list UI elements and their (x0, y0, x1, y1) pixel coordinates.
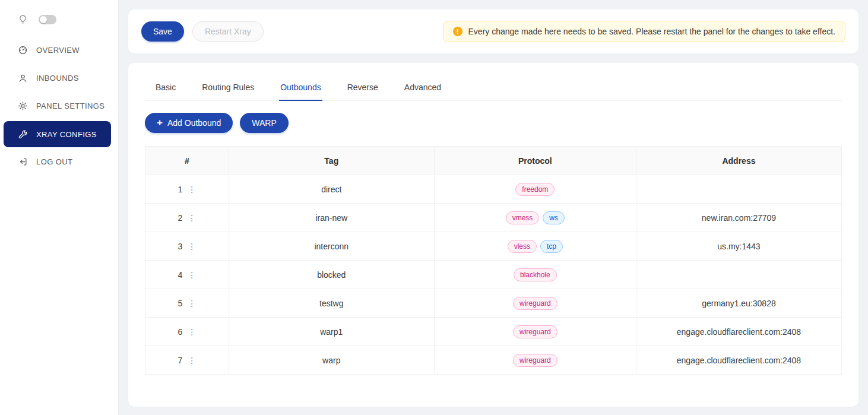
row-number: 7 (178, 356, 182, 365)
row-number: 6 (178, 327, 182, 337)
table-row: 2⋮iran-newvmesswsnew.iran.com:27709 (145, 204, 842, 232)
row-menu-icon[interactable]: ⋮ (188, 327, 196, 337)
dark-mode-toggle[interactable] (39, 15, 56, 24)
table-header-row: #TagProtocolAddress (145, 147, 842, 175)
protocol-cell: wireguard (434, 289, 636, 318)
tag-cell: iran-new (229, 204, 434, 232)
row-menu-icon[interactable]: ⋮ (188, 356, 196, 365)
gear-icon (18, 101, 28, 111)
table-row: 4⋮blockedblackhole (145, 261, 842, 289)
protocol-cell: blackhole (434, 261, 636, 289)
xray-configs-card: BasicRouting RulesOutboundsReverseAdvanc… (128, 63, 859, 407)
alert-text: Every change made here needs to be saved… (468, 27, 835, 36)
address-cell: us.my:1443 (636, 232, 841, 261)
row-index-cell: 4⋮ (145, 261, 229, 289)
address-cell: engage.cloudflareclient.com:2408 (636, 346, 841, 375)
table-row: 5⋮testwgwireguardgermany1.eu:30828 (145, 289, 842, 318)
protocol-badge: freedom (515, 183, 555, 196)
outbounds-table: #TagProtocolAddress 1⋮directfreedom2⋮ira… (145, 146, 842, 375)
tab-outbounds[interactable]: Outbounds (279, 75, 322, 101)
column-header-address: Address (636, 147, 841, 175)
sidebar-item-xray-configs[interactable]: XRAY CONFIGS (4, 121, 111, 147)
toggle-knob (40, 16, 47, 23)
table-row: 3⋮interconnvlesstcpus.my:1443 (145, 232, 842, 261)
tag-cell: testwg (229, 289, 434, 318)
tag-cell: direct (229, 175, 434, 204)
protocol-badge: ws (543, 211, 565, 224)
sidebar-item-log-out[interactable]: LOG OUT (0, 148, 118, 176)
tag-cell: blocked (229, 261, 434, 289)
row-menu-icon[interactable]: ⋮ (188, 185, 196, 194)
row-menu-icon[interactable]: ⋮ (188, 242, 196, 251)
row-index-cell: 7⋮ (145, 346, 229, 375)
table-row: 6⋮warp1wireguardengage.cloudflareclient.… (145, 318, 842, 346)
column-header-protocol: Protocol (434, 147, 636, 175)
theme-switch-row (0, 0, 118, 33)
tab-routing-rules[interactable]: Routing Rules (201, 75, 255, 101)
address-cell: germany1.eu:30828 (636, 289, 841, 318)
column-header-tag: Tag (229, 147, 434, 175)
tag-cell: interconn (229, 232, 434, 261)
row-menu-icon[interactable]: ⋮ (188, 270, 196, 280)
protocol-badge: blackhole (514, 268, 557, 281)
tab-advanced[interactable]: Advanced (403, 75, 442, 101)
sidebar-item-label: INBOUNDS (36, 74, 79, 83)
row-number: 1 (178, 185, 182, 194)
address-cell: engage.cloudflareclient.com:2408 (636, 318, 841, 346)
restart-xray-button[interactable]: Restart Xray (192, 21, 264, 42)
dashboard-icon (18, 45, 28, 55)
tag-cell: warp (229, 346, 434, 375)
table-row: 1⋮directfreedom (145, 175, 842, 204)
protocol-cell: wireguard (434, 318, 636, 346)
protocol-badge: wireguard (513, 297, 557, 310)
sidebar-nav: OVERVIEWINBOUNDSPANEL SETTINGSXRAY CONFI… (0, 36, 118, 176)
row-index-cell: 6⋮ (145, 318, 229, 346)
address-cell: new.iran.com:27709 (636, 204, 841, 232)
add-outbound-label: Add Outbound (167, 119, 221, 127)
address-cell (636, 175, 841, 204)
protocol-cell: freedom (434, 175, 636, 204)
wrench-icon (18, 129, 28, 140)
add-outbound-button[interactable]: + Add Outbound (145, 113, 233, 133)
sidebar: OVERVIEWINBOUNDSPANEL SETTINGSXRAY CONFI… (0, 0, 119, 415)
user-icon (18, 73, 28, 83)
column-header-index: # (145, 147, 229, 175)
save-button[interactable]: Save (141, 21, 184, 42)
address-cell (636, 261, 841, 289)
toolbar-buttons: Save Restart Xray (141, 21, 264, 42)
protocol-badge: vmess (506, 211, 540, 224)
sidebar-item-label: XRAY CONFIGS (36, 130, 97, 139)
row-menu-icon[interactable]: ⋮ (188, 299, 196, 308)
row-index-cell: 3⋮ (145, 232, 229, 261)
protocol-badge: vless (508, 240, 537, 253)
sidebar-item-label: PANEL SETTINGS (36, 102, 104, 110)
logout-icon (18, 157, 28, 167)
config-tabs: BasicRouting RulesOutboundsReverseAdvanc… (145, 75, 842, 101)
row-menu-icon[interactable]: ⋮ (188, 213, 196, 223)
unsaved-changes-alert: ! Every change made here needs to be sav… (443, 21, 845, 42)
sidebar-item-label: OVERVIEW (36, 46, 80, 55)
main-area: Save Restart Xray ! Every change made he… (119, 0, 868, 415)
outbound-actions: + Add Outbound WARP (145, 113, 842, 133)
row-number: 5 (178, 299, 182, 308)
row-index-cell: 1⋮ (145, 175, 229, 204)
warp-button[interactable]: WARP (240, 113, 288, 133)
tab-reverse[interactable]: Reverse (346, 75, 379, 101)
row-number: 3 (178, 242, 182, 251)
row-number: 2 (178, 213, 182, 223)
row-index-cell: 2⋮ (145, 204, 229, 232)
protocol-cell: vlesstcp (434, 232, 636, 261)
protocol-badge: wireguard (513, 325, 557, 338)
row-index-cell: 5⋮ (145, 289, 229, 318)
protocol-cell: wireguard (434, 346, 636, 375)
tab-basic[interactable]: Basic (154, 75, 177, 101)
row-number: 4 (178, 270, 182, 280)
sidebar-item-overview[interactable]: OVERVIEW (0, 36, 118, 64)
protocol-cell: vmessws (434, 204, 636, 232)
protocol-badge: wireguard (513, 354, 557, 367)
sidebar-item-label: LOG OUT (36, 157, 72, 166)
sidebar-item-inbounds[interactable]: INBOUNDS (0, 64, 118, 92)
sidebar-item-panel-settings[interactable]: PANEL SETTINGS (0, 92, 118, 120)
warning-icon: ! (453, 27, 462, 36)
toolbar-card: Save Restart Xray ! Every change made he… (128, 9, 859, 53)
